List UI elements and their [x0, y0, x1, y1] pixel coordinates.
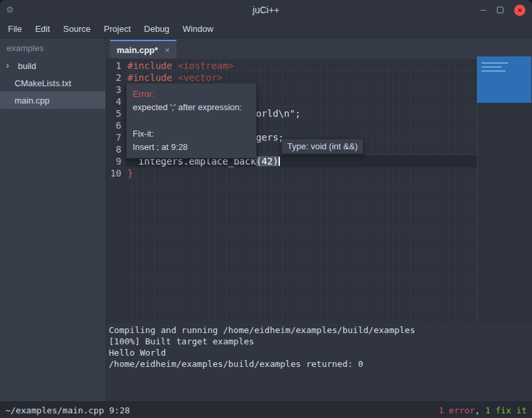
menu-item-project[interactable]: Project — [98, 21, 137, 36]
line-number: 5 — [106, 107, 126, 119]
tab-main-cpp[interactable]: main.cpp* × — [110, 40, 176, 58]
line-number: 1 — [106, 60, 126, 72]
code-line-1[interactable]: #include <iostream> — [126, 60, 477, 72]
code-token: <vector> — [178, 72, 222, 83]
line-number: 9 — [106, 155, 126, 167]
menu-item-debug[interactable]: Debug — [137, 21, 176, 36]
terminal-line: /home/eidheim/examples/build/examples re… — [109, 358, 529, 370]
overview-line — [482, 62, 508, 64]
code-token: <iostream> — [178, 60, 233, 71]
line-number: 2 — [106, 72, 126, 84]
maximize-button[interactable] — [497, 7, 503, 13]
line-number-gutter: 12345678910 — [106, 58, 126, 322]
tab-close-icon[interactable]: × — [165, 45, 170, 55]
overview-thumbnail — [477, 56, 531, 103]
status-bar: ~/examples/main.cpp 9:28 1 error, 1 fix … — [0, 401, 532, 418]
editor-pane: main.cpp* × 12345678910 #include <iostre… — [106, 38, 532, 401]
minimize-button[interactable]: ─ — [480, 7, 486, 13]
menu-item-edit[interactable]: Edit — [29, 21, 56, 36]
title-bar[interactable]: ⚙ juCi++ ─ × — [0, 0, 532, 20]
error-tooltip: Error: expected ';' after expression: Fi… — [126, 83, 257, 159]
code-line-10[interactable]: } — [126, 167, 477, 179]
terminal-line: Compiling and running /home/eidheim/exam… — [109, 324, 529, 336]
code-area[interactable]: #include <iostream>#include <vector>int … — [126, 58, 478, 322]
chevron-right-icon: › — [6, 60, 9, 70]
line-number: 3 — [106, 84, 126, 96]
window-title: juCi++ — [0, 5, 532, 15]
terminal-line: [100%] Built target examples — [109, 336, 529, 347]
error-tooltip-message: expected ';' after expression: — [133, 101, 250, 114]
terminal-line: Hello World — [109, 347, 529, 358]
line-number: 7 — [106, 131, 126, 143]
tab-bar: main.cpp* × — [106, 38, 532, 58]
code-editor[interactable]: 12345678910 #include <iostream>#include … — [106, 58, 532, 322]
tree-item-build[interactable]: ›build — [0, 57, 105, 74]
error-tooltip-title: Error: — [133, 88, 250, 101]
main-area: examples ›buildCMakeLists.txtmain.cpp ma… — [0, 38, 532, 401]
fixit-text: Insert ; at 9:28 — [133, 141, 250, 154]
terminal-output[interactable]: Compiling and running /home/eidheim/exam… — [106, 322, 532, 401]
tab-label: main.cpp* — [117, 45, 158, 55]
line-number: 4 — [106, 96, 126, 107]
menu-item-file[interactable]: File — [1, 21, 29, 36]
error-tooltip-spacer — [133, 114, 250, 127]
code-token: #include — [127, 72, 178, 83]
line-number: 6 — [106, 119, 126, 131]
file-tree: ›buildCMakeLists.txtmain.cpp — [0, 57, 105, 109]
text-cursor — [279, 157, 280, 166]
code-token: (42) — [256, 156, 279, 167]
code-token: #include — [127, 60, 178, 71]
app-window: ⚙ juCi++ ─ × FileEditSourceProjectDebugW… — [0, 0, 532, 418]
overview-line — [482, 70, 505, 72]
menu-bar: FileEditSourceProjectDebugWindow — [0, 20, 532, 38]
type-tooltip: Type: void (int &&) — [281, 139, 364, 154]
tree-item-main-cpp[interactable]: main.cpp — [0, 92, 105, 109]
code-line-2[interactable]: #include <vector> — [126, 72, 477, 84]
tree-item-label: main.cpp — [15, 96, 50, 105]
window-controls: ─ × — [480, 0, 525, 20]
project-name: examples — [0, 38, 105, 57]
line-number: 10 — [106, 167, 126, 179]
menu-item-window[interactable]: Window — [176, 21, 220, 36]
status-diagnostics: 1 error, 1 fix it — [438, 405, 527, 415]
status-fixit-count: 1 fix it — [485, 405, 527, 415]
menu-item-source[interactable]: Source — [56, 21, 97, 36]
status-separator: , — [475, 405, 486, 415]
tree-item-label: build — [18, 61, 36, 71]
tree-item-label: CMakeLists.txt — [15, 78, 71, 88]
line-number: 8 — [106, 143, 126, 155]
close-button[interactable]: × — [514, 5, 525, 16]
status-error-count: 1 error — [438, 405, 475, 415]
file-sidebar: examples ›buildCMakeLists.txtmain.cpp — [0, 38, 106, 401]
status-file-location: ~/examples/main.cpp 9:28 — [5, 405, 130, 415]
tree-item-cmakelists-txt[interactable]: CMakeLists.txt — [0, 74, 105, 92]
overview-line — [482, 66, 501, 68]
fixit-label: Fix-it: — [133, 127, 250, 141]
code-token: } — [127, 168, 133, 178]
